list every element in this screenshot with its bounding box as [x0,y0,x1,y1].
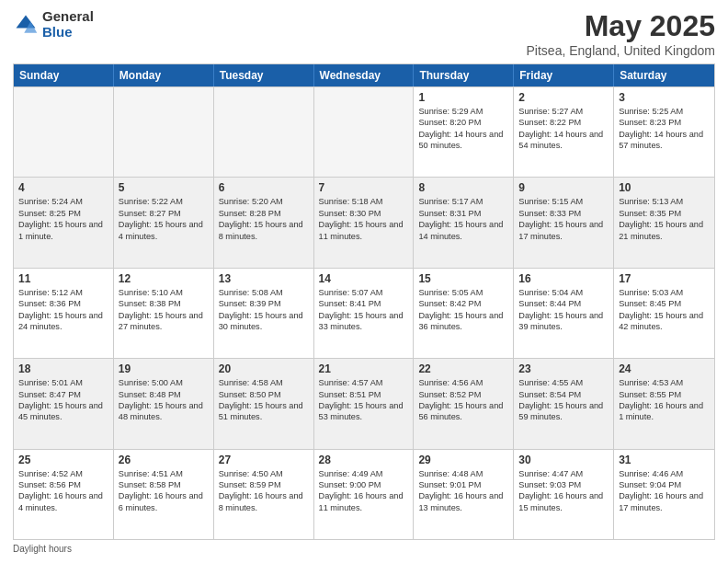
day-number: 22 [418,362,508,375]
daylight-label: Daylight hours [13,544,72,554]
cell-info: Sunrise: 5:27 AMSunset: 8:22 PMDaylight:… [518,106,609,152]
cell-info: Sunrise: 5:17 AMSunset: 8:31 PMDaylight:… [418,196,508,242]
cell-info: Sunrise: 4:49 AMSunset: 9:00 PMDaylight:… [319,468,409,514]
subtitle: Pitsea, England, United Kingdom [527,43,715,58]
logo-text: General Blue [42,9,94,40]
table-row: 24Sunrise: 4:53 AMSunset: 8:55 PMDayligh… [614,359,714,448]
day-number: 6 [219,181,309,194]
header: General Blue May 2025 Pitsea, England, U… [13,9,715,58]
cell-info: Sunrise: 4:46 AMSunset: 9:04 PMDaylight:… [619,468,710,514]
cell-info: Sunrise: 5:22 AMSunset: 8:27 PMDaylight:… [119,196,209,242]
day-number: 10 [619,181,710,194]
day-number: 7 [319,181,409,194]
table-row: 28Sunrise: 4:49 AMSunset: 9:00 PMDayligh… [314,450,415,539]
cell-info: Sunrise: 4:56 AMSunset: 8:52 PMDaylight:… [418,377,508,423]
table-row: 14Sunrise: 5:07 AMSunset: 8:41 PMDayligh… [314,269,415,358]
cal-row-0: 1Sunrise: 5:29 AMSunset: 8:20 PMDaylight… [14,86,714,177]
cell-info: Sunrise: 5:03 AMSunset: 8:45 PMDaylight:… [619,287,710,333]
table-row: 30Sunrise: 4:47 AMSunset: 9:03 PMDayligh… [514,450,614,539]
cell-info: Sunrise: 5:25 AMSunset: 8:23 PMDaylight:… [619,106,710,152]
table-row [314,87,415,177]
day-number: 27 [219,454,309,466]
day-number: 20 [219,362,309,375]
table-row: 27Sunrise: 4:50 AMSunset: 8:59 PMDayligh… [214,450,314,539]
cell-info: Sunrise: 5:08 AMSunset: 8:39 PMDaylight:… [219,287,309,333]
cell-info: Sunrise: 5:04 AMSunset: 8:44 PMDaylight:… [518,287,609,333]
title-area: May 2025 Pitsea, England, United Kingdom [527,9,715,58]
day-number: 23 [518,362,609,375]
cal-header-tuesday: Tuesday [214,64,314,86]
day-number: 31 [619,454,710,466]
day-number: 3 [619,91,710,104]
cal-header-thursday: Thursday [414,64,514,86]
cell-info: Sunrise: 4:50 AMSunset: 8:59 PMDaylight:… [219,468,309,514]
day-number: 14 [319,272,409,285]
day-number: 29 [418,454,508,466]
table-row [14,87,114,177]
cell-info: Sunrise: 5:12 AMSunset: 8:36 PMDaylight:… [18,287,108,333]
table-row: 16Sunrise: 5:04 AMSunset: 8:44 PMDayligh… [514,269,614,358]
table-row: 23Sunrise: 4:55 AMSunset: 8:54 PMDayligh… [514,359,614,448]
day-number: 4 [18,181,108,194]
table-row: 6Sunrise: 5:20 AMSunset: 8:28 PMDaylight… [214,178,314,267]
day-number: 13 [219,272,309,285]
day-number: 26 [119,454,209,466]
table-row: 12Sunrise: 5:10 AMSunset: 8:38 PMDayligh… [114,269,214,358]
day-number: 15 [418,272,508,285]
day-number: 1 [418,91,508,104]
cal-row-1: 4Sunrise: 5:24 AMSunset: 8:25 PMDaylight… [14,177,714,267]
logo: General Blue [13,9,94,40]
table-row: 31Sunrise: 4:46 AMSunset: 9:04 PMDayligh… [614,450,714,539]
day-number: 16 [518,272,609,285]
cell-info: Sunrise: 5:15 AMSunset: 8:33 PMDaylight:… [518,196,609,242]
day-number: 12 [119,272,209,285]
cal-header-sunday: Sunday [14,64,114,86]
cell-info: Sunrise: 5:24 AMSunset: 8:25 PMDaylight:… [18,196,108,242]
day-number: 11 [18,272,108,285]
cell-info: Sunrise: 5:29 AMSunset: 8:20 PMDaylight:… [418,106,508,152]
cal-header-saturday: Saturday [614,64,714,86]
day-number: 8 [418,181,508,194]
table-row: 26Sunrise: 4:51 AMSunset: 8:58 PMDayligh… [114,450,214,539]
cal-header-friday: Friday [514,64,614,86]
main-title: May 2025 [527,9,715,43]
day-number: 17 [619,272,710,285]
day-number: 21 [319,362,409,375]
table-row: 20Sunrise: 4:58 AMSunset: 8:50 PMDayligh… [214,359,314,448]
cal-header-wednesday: Wednesday [314,64,415,86]
day-number: 18 [18,362,108,375]
cell-info: Sunrise: 5:05 AMSunset: 8:42 PMDaylight:… [418,287,508,333]
footer-note: Daylight hours [13,544,715,554]
table-row: 21Sunrise: 4:57 AMSunset: 8:51 PMDayligh… [314,359,415,448]
day-number: 25 [18,454,108,466]
table-row: 29Sunrise: 4:48 AMSunset: 9:01 PMDayligh… [414,450,514,539]
day-number: 2 [518,91,609,104]
calendar-body: 1Sunrise: 5:29 AMSunset: 8:20 PMDaylight… [14,86,714,539]
day-number: 24 [619,362,710,375]
table-row: 17Sunrise: 5:03 AMSunset: 8:45 PMDayligh… [614,269,714,358]
table-row: 13Sunrise: 5:08 AMSunset: 8:39 PMDayligh… [214,269,314,358]
table-row [114,87,214,177]
cell-info: Sunrise: 4:52 AMSunset: 8:56 PMDaylight:… [18,468,108,514]
day-number: 19 [119,362,209,375]
table-row: 25Sunrise: 4:52 AMSunset: 8:56 PMDayligh… [14,450,114,539]
cal-row-3: 18Sunrise: 5:01 AMSunset: 8:47 PMDayligh… [14,358,714,448]
cell-info: Sunrise: 5:10 AMSunset: 8:38 PMDaylight:… [119,287,209,333]
calendar-header: SundayMondayTuesdayWednesdayThursdayFrid… [14,64,714,86]
cal-row-4: 25Sunrise: 4:52 AMSunset: 8:56 PMDayligh… [14,449,714,539]
cell-info: Sunrise: 5:13 AMSunset: 8:35 PMDaylight:… [619,196,710,242]
cell-info: Sunrise: 4:53 AMSunset: 8:55 PMDaylight:… [619,377,710,423]
table-row: 3Sunrise: 5:25 AMSunset: 8:23 PMDaylight… [614,87,714,177]
logo-blue-text: Blue [42,25,94,40]
cell-info: Sunrise: 5:18 AMSunset: 8:30 PMDaylight:… [319,196,409,242]
table-row: 2Sunrise: 5:27 AMSunset: 8:22 PMDaylight… [514,87,614,177]
day-number: 5 [119,181,209,194]
cell-info: Sunrise: 4:55 AMSunset: 8:54 PMDaylight:… [518,377,609,423]
table-row: 15Sunrise: 5:05 AMSunset: 8:42 PMDayligh… [414,269,514,358]
day-number: 30 [518,454,609,466]
cell-info: Sunrise: 5:20 AMSunset: 8:28 PMDaylight:… [219,196,309,242]
table-row: 7Sunrise: 5:18 AMSunset: 8:30 PMDaylight… [314,178,415,267]
cell-info: Sunrise: 4:48 AMSunset: 9:01 PMDaylight:… [418,468,508,514]
table-row: 9Sunrise: 5:15 AMSunset: 8:33 PMDaylight… [514,178,614,267]
logo-icon [13,12,39,38]
